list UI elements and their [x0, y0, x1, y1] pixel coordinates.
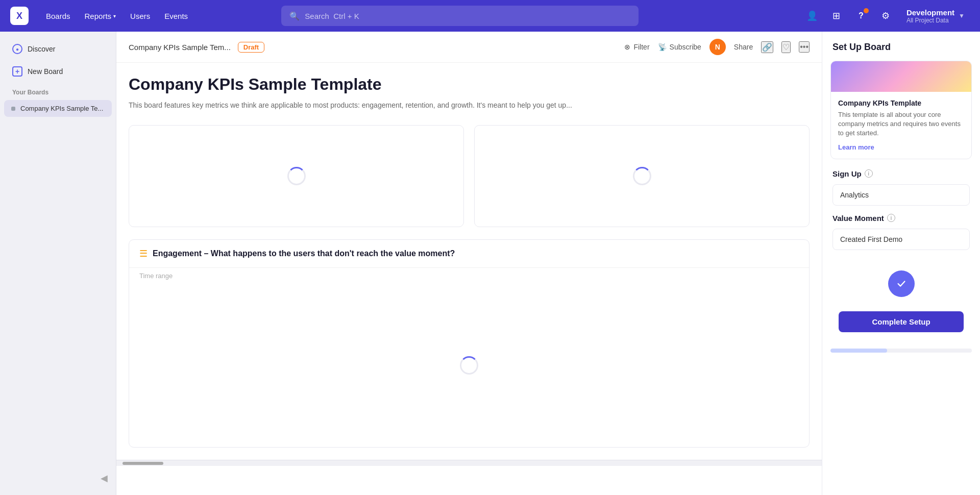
template-card-title: Company KPIs Template — [838, 99, 964, 107]
engagement-title: Engagement – What happens to the users t… — [153, 249, 455, 258]
board-icon — [11, 107, 15, 111]
template-card-banner — [831, 61, 971, 92]
value-moment-value[interactable]: Created First Demo — [832, 229, 970, 250]
subscribe-icon: 📡 — [658, 43, 667, 51]
chart-card-1 — [129, 125, 464, 227]
topnav-right-actions: 👤 ⊞ ? ⚙ Development All Project Data ▼ — [803, 5, 970, 27]
sidebar-item-label-discover: Discover — [28, 45, 55, 53]
sidebar-item-label-new-board: New Board — [28, 67, 63, 76]
header-actions: ⊗ Filter 📡 Subscribe N Share 🔗 ♡ ••• — [624, 39, 810, 55]
filter-label: Filter — [633, 43, 649, 51]
engagement-chart-area — [129, 284, 809, 447]
right-panel: Set Up Board Company KPIs Template This … — [822, 32, 980, 495]
search-bar[interactable]: 🔍 — [281, 6, 639, 26]
avatar: N — [709, 39, 726, 55]
engagement-header: ☰ Engagement – What happens to the users… — [129, 240, 809, 268]
nav-links: Boards Reports ▾ Users Events — [41, 9, 193, 23]
top-navigation: X Boards Reports ▾ Users Events 🔍 👤 ⊞ ? … — [0, 0, 980, 32]
loading-spinner-2 — [633, 167, 651, 185]
more-icon-button[interactable]: ••• — [799, 41, 810, 53]
gear-icon: ⚙ — [881, 10, 890, 21]
heart-icon-button[interactable]: ♡ — [781, 41, 791, 53]
right-panel-scrollbar-thumb — [830, 349, 887, 353]
bottom-scrollbar-area[interactable] — [116, 460, 822, 466]
your-boards-label: Your Boards — [0, 83, 116, 99]
subscribe-button[interactable]: 📡 Subscribe — [658, 43, 701, 51]
project-sub: All Project Data — [906, 17, 954, 24]
apps-icon: ⊞ — [832, 10, 840, 21]
sidebar: ● Discover + New Board Your Boards Compa… — [0, 32, 116, 495]
template-card: Company KPIs Template This template is a… — [830, 61, 972, 159]
apps-icon-button[interactable]: ⊞ — [828, 7, 845, 24]
main-layout: ● Discover + New Board Your Boards Compa… — [0, 32, 980, 495]
check-icon — [896, 278, 907, 289]
main-content: Company KPIs Sample Tem... Draft ⊗ Filte… — [116, 32, 822, 495]
board-description: This board features key metrics we think… — [129, 100, 810, 111]
sidebar-item-new-board[interactable]: + New Board — [4, 61, 112, 82]
engagement-icon: ☰ — [139, 248, 148, 259]
template-learn-more-link[interactable]: Learn more — [838, 143, 874, 151]
user-icon-button[interactable]: 👤 — [803, 7, 821, 24]
sign-up-section: Sign Up i Analytics — [822, 169, 980, 214]
project-name: Development — [906, 8, 954, 17]
reports-chevron-icon: ▾ — [113, 13, 116, 19]
value-moment-section: Value Moment i Created First Demo — [822, 214, 980, 258]
chart-row — [129, 125, 810, 227]
sidebar-bottom: ◀ — [0, 467, 116, 489]
share-button[interactable]: Share — [734, 43, 753, 51]
board-header-title: Company KPIs Sample Tem... — [129, 43, 231, 52]
value-moment-info-icon[interactable]: i — [887, 214, 895, 222]
right-panel-title: Set Up Board — [822, 32, 980, 61]
help-icon-button[interactable]: ? — [852, 7, 870, 24]
setup-progress-button[interactable] — [888, 270, 915, 297]
complete-setup-btn-area: Complete Setup — [830, 303, 972, 340]
subscribe-label: Subscribe — [670, 43, 701, 51]
loading-spinner-3 — [460, 356, 478, 375]
project-chevron-icon: ▼ — [959, 12, 965, 19]
nav-events[interactable]: Events — [159, 9, 193, 23]
value-moment-section-title: Value Moment i — [832, 214, 970, 222]
search-icon: 🔍 — [289, 11, 300, 21]
nav-reports[interactable]: Reports ▾ — [80, 9, 121, 23]
add-icon: + — [12, 66, 22, 77]
sign-up-value[interactable]: Analytics — [832, 184, 970, 206]
template-card-body: Company KPIs Template This template is a… — [831, 92, 971, 159]
sign-up-info-icon[interactable]: i — [865, 169, 873, 178]
complete-setup-button[interactable]: Complete Setup — [839, 311, 964, 332]
sidebar-board-company-kpis[interactable]: Company KPIs Sample Te... — [4, 100, 112, 117]
draft-badge: Draft — [238, 42, 264, 53]
link-icon-button[interactable]: 🔗 — [761, 41, 773, 53]
nav-users[interactable]: Users — [125, 9, 155, 23]
template-card-desc: This template is all about your core com… — [838, 110, 964, 138]
filter-icon: ⊗ — [624, 43, 630, 51]
settings-icon-button[interactable]: ⚙ — [877, 7, 894, 24]
time-range-label: Time range — [129, 268, 809, 284]
engagement-section: ☰ Engagement – What happens to the users… — [129, 239, 810, 448]
sidebar-board-label: Company KPIs Sample Te... — [20, 105, 103, 112]
search-input[interactable] — [305, 12, 630, 20]
app-logo[interactable]: X — [10, 7, 29, 25]
complete-setup-area — [822, 258, 980, 303]
question-icon: ? — [859, 11, 864, 20]
board-body: Company KPIs Sample Template This board … — [116, 63, 822, 460]
chart-card-2 — [474, 125, 810, 227]
notification-badge — [864, 8, 869, 13]
board-header: Company KPIs Sample Tem... Draft ⊗ Filte… — [116, 32, 822, 63]
discover-icon: ● — [12, 44, 22, 54]
nav-boards[interactable]: Boards — [41, 9, 76, 23]
share-label: Share — [734, 43, 753, 51]
collapse-icon: ◀ — [101, 473, 108, 483]
sign-up-section-title: Sign Up i — [832, 169, 970, 178]
filter-button[interactable]: ⊗ Filter — [624, 43, 649, 51]
user-icon: 👤 — [806, 10, 818, 21]
loading-spinner-1 — [287, 167, 306, 185]
project-selector[interactable]: Development All Project Data ▼ — [901, 5, 970, 27]
sidebar-item-discover[interactable]: ● Discover — [4, 39, 112, 59]
right-panel-scrollbar[interactable] — [830, 349, 972, 353]
board-page-title: Company KPIs Sample Template — [129, 75, 810, 94]
horizontal-scrollbar-thumb[interactable] — [122, 462, 163, 465]
sidebar-collapse-button[interactable]: ◀ — [101, 473, 108, 484]
